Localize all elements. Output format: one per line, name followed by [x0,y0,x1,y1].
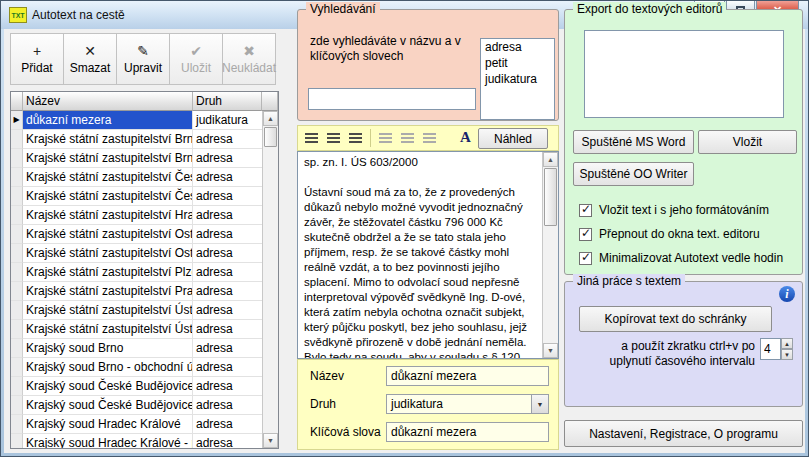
preview-scrollbar[interactable]: ▲ ▼ [542,152,558,358]
cell-druh[interactable]: adresa [193,225,262,244]
preview-text[interactable]: sp. zn. I. ÚS 603/2000 Ústavní soud má z… [298,152,542,358]
cell-nazev[interactable]: Krajský soud Brno - obchodní úsek [23,358,193,377]
cell-nazev[interactable]: důkazní mezera [23,111,193,130]
table-row[interactable]: Krajské státní zastupitelství Ostravaadr… [11,244,262,263]
scroll-up-icon[interactable]: ▲ [543,152,558,167]
cell-druh[interactable]: adresa [193,130,262,149]
cell-druh[interactable]: adresa [193,320,262,339]
cell-druh[interactable]: adresa [193,149,262,168]
table-row[interactable]: ▶důkazní mezerajudikatura [11,111,262,130]
table-row[interactable]: Krajský soud Hradec Královéadresa [11,415,262,434]
cell-nazev[interactable]: Krajské státní zastupitelství Ostrava [23,244,193,263]
export-checkbox-row[interactable]: ✓Přepnout do okna text. editoru [579,226,760,242]
checkbox[interactable]: ✓ [579,204,592,217]
table-row[interactable]: Krajské státní zastupitelství Prahaadres… [11,282,262,301]
preview-scroll-thumb[interactable] [544,168,557,226]
table-row[interactable]: Krajský soud České Budějoviceadresa [11,377,262,396]
scroll-up-icon[interactable]: ▲ [263,111,278,126]
cell-druh[interactable]: adresa [193,187,262,206]
add-icon: + [33,44,41,58]
cell-druh[interactable]: adresa [193,244,262,263]
scroll-down-icon[interactable]: ▼ [263,433,278,448]
align-left-icon[interactable] [302,130,321,147]
cell-druh[interactable]: adresa [193,339,262,358]
category-item[interactable]: judikatura [481,71,554,87]
cell-nazev[interactable]: Krajské státní zastupitelství Brno [23,149,193,168]
column-header-druh[interactable]: Druh [193,92,262,111]
category-item[interactable]: adresa [481,39,554,55]
category-item[interactable]: petit [481,55,554,71]
table-row[interactable]: Krajský soud České Budějovice,adresa [11,396,262,415]
cell-druh[interactable]: adresa [193,396,262,415]
table-row[interactable]: Krajské státní zastupitelství Ústí nad L… [11,320,262,339]
cell-nazev[interactable]: Krajské státní zastupitelství Plzeň [23,263,193,282]
category-listbox[interactable]: adresapetitjudikatura [480,38,555,120]
table-row[interactable]: Krajský soud Hradec Králové - padresa [11,434,262,448]
table-row[interactable]: Krajské státní zastupitelství Plzeňadres… [11,263,262,282]
cell-druh[interactable]: adresa [193,358,262,377]
cell-nazev[interactable]: Krajské státní zastupitelství Ostrava [23,225,193,244]
klicova-slova-input[interactable] [386,422,549,442]
table-row[interactable]: Krajské státní zastupitelství České Budě… [11,187,262,206]
table-row[interactable]: Krajské státní zastupitelství Hradec Krá… [11,206,262,225]
cell-nazev[interactable]: Krajské státní zastupitelství Brno [23,130,193,149]
cell-druh[interactable]: adresa [193,434,262,448]
scroll-down-icon[interactable]: ▼ [543,343,558,358]
cell-nazev[interactable]: Krajský soud České Budějovice, [23,396,193,415]
settings-button[interactable]: Nastavení, Registrace, O programu [564,420,803,447]
table-row[interactable]: Krajský soud Brnoadresa [11,339,262,358]
cell-nazev[interactable]: Krajský soud Hradec Králové - p [23,434,193,448]
search-input[interactable] [308,88,476,110]
align-right-icon[interactable] [346,130,365,147]
cell-nazev[interactable]: Krajské státní zastupitelství Praha [23,282,193,301]
table-row[interactable]: Krajské státní zastupitelství Brnoadresa [11,130,262,149]
spinner-down-icon[interactable]: ▼ [781,349,793,360]
column-header-nazev[interactable]: Název [23,92,193,111]
cell-nazev[interactable]: Krajské státní zastupitelství České Budě… [23,168,193,187]
delete-button[interactable]: ✕Smazat [63,33,117,85]
grid-scrollbar[interactable]: ▲ ▼ [262,111,278,448]
cell-nazev[interactable]: Krajský soud Brno [23,339,193,358]
cell-druh[interactable]: adresa [193,301,262,320]
cell-nazev[interactable]: Krajské státní zastupitelství České Budě… [23,187,193,206]
cell-nazev[interactable]: Krajské státní zastupitelství Hradec Krá… [23,206,193,225]
copy-to-clipboard-button[interactable]: Kopírovat text do schránky [579,306,772,332]
cell-nazev[interactable]: Krajské státní zastupitelství Ústí nad L… [23,320,193,339]
export-checkbox-row[interactable]: ✓Minimalizovat Autotext vedle hodin [579,250,783,266]
spinner-up-icon[interactable]: ▲ [781,338,793,349]
export-checkbox-row[interactable]: ✓Vložit text i s jeho formátováním [579,202,769,218]
grid-scroll-thumb[interactable] [264,127,277,147]
align-center-icon[interactable] [324,130,343,147]
preview-button[interactable]: Náhled [478,128,548,149]
records-table[interactable]: Název Druh ▶důkazní mezerajudikaturaKraj… [10,91,279,449]
checkbox[interactable]: ✓ [579,228,592,241]
checkbox[interactable]: ✓ [579,252,592,265]
nazev-input[interactable] [386,366,549,386]
toolbar-button-label: Neukládat [222,61,276,75]
cell-druh[interactable]: adresa [193,263,262,282]
cell-nazev[interactable]: Krajské státní zastupitelství Ústí nad L… [23,301,193,320]
cell-nazev[interactable]: Krajský soud Hradec Králové [23,415,193,434]
druh-combobox[interactable]: judikatura ▼ [386,394,549,414]
table-row[interactable]: Krajské státní zastupitelství České Budě… [11,168,262,187]
cell-druh[interactable]: adresa [193,415,262,434]
interval-input[interactable] [760,338,781,360]
cell-druh[interactable]: adresa [193,282,262,301]
table-row[interactable]: Krajské státní zastupitelství Brnoadresa [11,149,262,168]
edit-button[interactable]: ✎Upravit [116,33,170,85]
add-button[interactable]: +Přidat [10,33,64,85]
cell-nazev[interactable]: Krajský soud České Budějovice [23,377,193,396]
cell-druh[interactable]: adresa [193,168,262,187]
table-row[interactable]: Krajské státní zastupitelství Ústí nad L… [11,301,262,320]
table-row[interactable]: Krajský soud Brno - obchodní úsekadresa [11,358,262,377]
chevron-down-icon[interactable]: ▼ [531,395,548,413]
format-icon-4[interactable] [376,130,395,147]
cell-druh[interactable]: judikatura [193,111,262,130]
format-icon-5[interactable] [398,130,417,147]
table-row[interactable]: Krajské státní zastupitelství Ostravaadr… [11,225,262,244]
format-icon-6[interactable] [420,130,439,147]
cell-druh[interactable]: adresa [193,377,262,396]
font-icon[interactable]: A [460,129,471,146]
info-icon[interactable]: i [779,286,795,302]
cell-druh[interactable]: adresa [193,206,262,225]
